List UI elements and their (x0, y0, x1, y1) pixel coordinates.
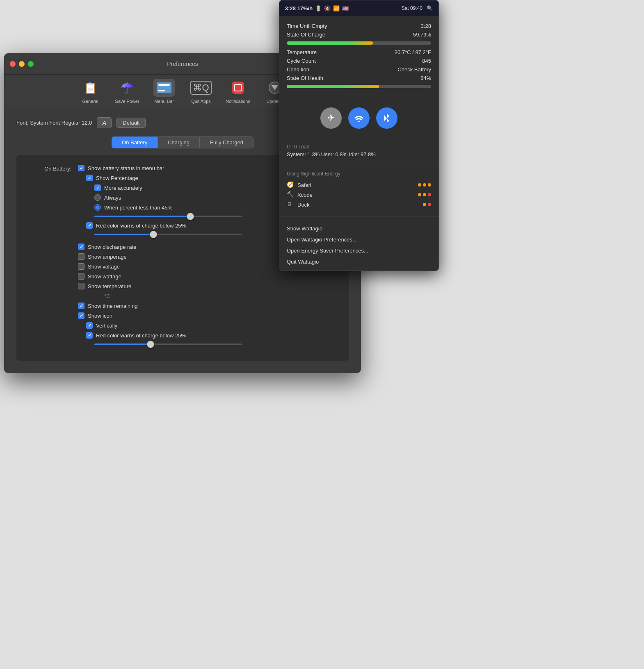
close-button[interactable] (10, 61, 16, 67)
save-power-icon-wrap: ☂️ (116, 79, 138, 97)
wifi-icon-svg (354, 114, 364, 122)
show-wattage-row: Show wattage (78, 273, 336, 280)
show-wattage-label: Show wattage (88, 273, 121, 280)
menu-item-open-energy-saver[interactable]: Open Energy Saver Preferences... (279, 245, 438, 256)
cpu-load-title: CPU Load (287, 144, 431, 150)
time-empty-value: 3:28 (421, 23, 431, 29)
menu-bar-icon (157, 82, 171, 93)
menu-bar-icon-wrap (153, 79, 175, 97)
dock-name: Dock (297, 202, 310, 208)
flag-icon: 🇺🇸 (342, 5, 349, 11)
show-icon-checkbox[interactable] (78, 312, 84, 319)
default-button[interactable]: Default (116, 118, 146, 128)
dot (418, 193, 421, 196)
show-amperage-label: Show amperage (88, 254, 127, 260)
quit-apps-icon: ⌘Q (190, 81, 211, 95)
when-percent-radio[interactable] (94, 204, 101, 211)
app-row-dock: 🖥 Dock (287, 200, 431, 209)
font-label: Font: System Font Regular 12.0 (16, 120, 92, 126)
red-color-warns-2-row: Red color warns of charge below 25% (86, 332, 336, 339)
toolbar-item-save-power[interactable]: ☂️ Save Power (111, 79, 144, 104)
show-percentage-label: Show Percentage (96, 175, 138, 181)
app-dock-left: 🖥 Dock (287, 201, 310, 208)
condition-label: Condition (287, 66, 309, 73)
dot (418, 183, 421, 187)
tab-on-battery[interactable]: On Battery (112, 137, 158, 148)
percent-slider-thumb[interactable] (187, 213, 194, 220)
menu-item-quit-wattagio[interactable]: Quit Wattagio (279, 256, 438, 267)
celsius-row: °C (94, 293, 336, 299)
battery-row-time: Time Until Empty 3:28 (287, 22, 431, 30)
toolbar-item-menu-bar[interactable]: Menu Bar (148, 79, 180, 104)
menu-item-show-wattagio[interactable]: Show Wattagio (279, 223, 438, 234)
bluetooth-toggle[interactable] (376, 107, 397, 129)
divider-1 (279, 99, 438, 99)
minimize-button[interactable] (19, 61, 25, 67)
menu-bar-left: 3:28 17%/h 🔋 🔇 📶 🇺🇸 (285, 5, 349, 11)
menu-bar-label: Menu Bar (154, 99, 174, 104)
battery-row-charge: State Of Charge 59.79% (287, 30, 431, 39)
show-percentage-checkbox[interactable] (86, 175, 93, 181)
battery-row-health: State Of Health 64% (287, 74, 431, 82)
show-voltage-label: Show voltage (88, 264, 120, 270)
show-temperature-checkbox[interactable] (78, 283, 84, 289)
quit-apps-label: Quit Apps (191, 99, 211, 104)
airplane-toggle[interactable]: ✈ (320, 107, 342, 129)
toolbar-item-general[interactable]: 📋 General (74, 79, 107, 104)
percent-slider[interactable] (94, 216, 242, 217)
always-radio[interactable] (94, 194, 101, 201)
battery-icon: 🔋 (315, 5, 322, 11)
toolbar-item-quit-apps[interactable]: ⌘Q Quit Apps (185, 79, 217, 104)
red-color-slider[interactable] (94, 234, 242, 235)
app-row-safari: 🧭 Safari (287, 180, 431, 190)
toolbar-item-notifications[interactable]: Notifications (222, 79, 254, 104)
notifications-icon-inner (234, 84, 242, 91)
cycle-count-label: Cycle Count (287, 58, 316, 64)
font-button[interactable]: A (97, 117, 112, 128)
maximize-button[interactable] (28, 61, 34, 67)
wifi-toggle[interactable] (348, 107, 370, 129)
app-safari-left: 🧭 Safari (287, 181, 311, 189)
safari-icon: 🧭 (287, 181, 294, 189)
toggle-buttons: ✈ (279, 102, 438, 134)
time-empty-label: Time Until Empty (287, 23, 327, 29)
dot (428, 183, 431, 187)
red-color-warns-2-checkbox[interactable] (86, 332, 93, 339)
show-battery-status-checkbox[interactable] (78, 165, 84, 171)
general-icon: 📋 (83, 81, 98, 95)
dot (423, 193, 426, 196)
menu-item-open-wattagio-prefs[interactable]: Open Wattagio Preferences... (279, 234, 438, 245)
on-battery-label: On Battery: (29, 165, 78, 172)
xcode-dots (418, 193, 431, 196)
dot (428, 203, 431, 206)
divider-4 (279, 216, 438, 216)
icon-slider-row (86, 342, 336, 347)
show-voltage-checkbox[interactable] (78, 263, 84, 270)
general-label: General (82, 99, 98, 104)
battery-row-temp: Temperature 30.7°C / 87.2°F (287, 48, 431, 57)
show-temperature-row: Show temperature (78, 283, 336, 289)
vertically-checkbox[interactable] (86, 322, 93, 329)
menu-popup: 3:28 17%/h 🔋 🔇 📶 🇺🇸 Sat 09:40 🔍 Time Unt… (279, 0, 439, 271)
cpu-load-values: System: 1.3% User: 0.8% Idle: 97.8% (287, 151, 431, 157)
search-icon[interactable]: 🔍 (427, 5, 433, 11)
tab-fully-charged[interactable]: Fully Charged (200, 137, 253, 148)
battery-row-condition: Condition Check Battery (287, 65, 431, 74)
more-accurately-checkbox[interactable] (94, 184, 101, 191)
quit-apps-icon-wrap: ⌘Q (190, 79, 212, 97)
menu-bar-right: Sat 09:40 🔍 (402, 5, 433, 11)
notifications-icon-wrap (227, 79, 249, 97)
red-color-slider-thumb[interactable] (150, 231, 157, 238)
icon-slider-thumb[interactable] (147, 341, 154, 348)
icon-slider[interactable] (94, 344, 242, 345)
red-color-warns-1-checkbox[interactable] (86, 222, 93, 229)
show-time-remaining-checkbox[interactable] (78, 303, 84, 309)
show-temperature-label: Show temperature (88, 283, 131, 289)
show-amperage-checkbox[interactable] (78, 253, 84, 260)
state-health-label: State Of Health (287, 75, 323, 81)
show-time-remaining-row: Show time remaining (78, 303, 336, 309)
show-wattage-checkbox[interactable] (78, 273, 84, 280)
tab-charging[interactable]: Charging (158, 137, 200, 148)
celsius-label: °C (104, 293, 110, 299)
show-discharge-rate-checkbox[interactable] (78, 243, 84, 250)
